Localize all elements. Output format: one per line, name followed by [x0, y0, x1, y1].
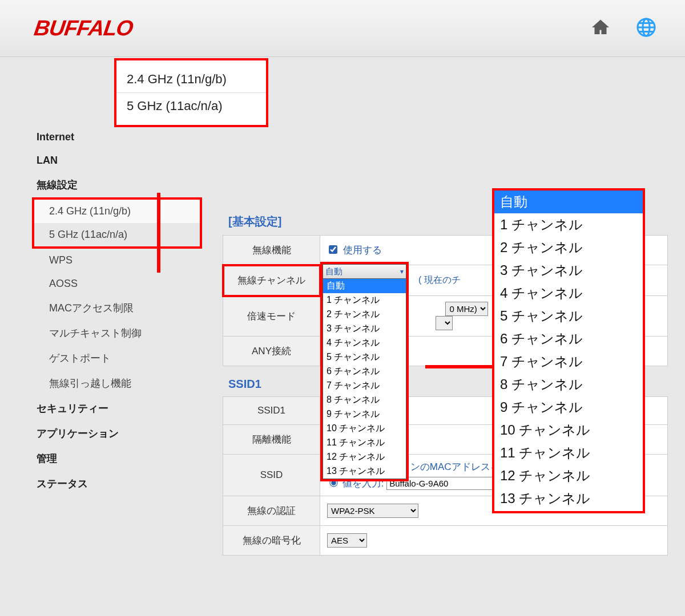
- channel-opt[interactable]: 13 チャンネル: [323, 464, 406, 479]
- sidebar-app[interactable]: アプリケーション: [34, 421, 200, 446]
- channel-annot: 10 チャンネル: [494, 419, 643, 441]
- sidebar-admin[interactable]: 管理: [34, 446, 200, 471]
- sidebar-aoss[interactable]: AOSS: [34, 272, 200, 295]
- sidebar-wps[interactable]: WPS: [34, 249, 200, 272]
- channel-annot: 6 チャンネル: [494, 327, 643, 350]
- bandwidth-select-2[interactable]: [436, 316, 453, 330]
- sidebar-status[interactable]: ステータス: [34, 471, 200, 496]
- current-channel-note: ( 現在のチ: [418, 275, 461, 285]
- channel-annot: 9 チャンネル: [494, 396, 643, 419]
- channel-dropdown[interactable]: 自動 ▾ 自動 1 チャンネル 2 チャンネル 3 チャンネル 4 チャンネル …: [320, 262, 409, 481]
- channel-opt[interactable]: 9 チャンネル: [323, 407, 406, 422]
- sidebar: Internet LAN 無線設定 2.4 GHz (11n/g/b) 5 GH…: [34, 125, 200, 496]
- wireless-enable-label[interactable]: 使用する: [327, 245, 382, 256]
- channel-annotation-connector: [425, 365, 494, 368]
- brand-logo: BUFFALO: [33, 16, 134, 40]
- sidebar-guest[interactable]: ゲストポート: [34, 346, 200, 371]
- use-label: 使用する: [343, 245, 382, 256]
- channel-annot: 8 チャンネル: [494, 373, 643, 396]
- globe-icon[interactable]: [636, 17, 656, 40]
- sidebar-band-highlight: 2.4 GHz (11n/g/b) 5 GHz (11ac/n/a): [32, 197, 202, 249]
- chevron-down-icon: ▾: [400, 268, 404, 275]
- band-callout: 2.4 GHz (11n/g/b) 5 GHz (11ac/n/a): [114, 58, 268, 127]
- sidebar-mac[interactable]: MACアクセス制限: [34, 295, 200, 321]
- sidebar-lan[interactable]: LAN: [34, 149, 200, 172]
- channel-annot-auto: 自動: [494, 191, 643, 213]
- wireless-enable-checkbox[interactable]: [329, 245, 337, 254]
- channel-opt[interactable]: 8 チャンネル: [323, 393, 406, 407]
- channel-annot: 1 チャンネル: [494, 213, 643, 236]
- channel-opt-auto[interactable]: 自動: [323, 279, 406, 293]
- channel-annot: 5 チャンネル: [494, 305, 643, 327]
- sidebar-wireless[interactable]: 無線設定: [34, 172, 200, 197]
- band-callout-5: 5 GHz (11ac/n/a): [116, 92, 266, 119]
- channel-opt[interactable]: 5 チャンネル: [323, 350, 406, 364]
- channel-opt[interactable]: 11 チャンネル: [323, 436, 406, 450]
- label-wireless-channel: 無線チャンネル: [223, 265, 320, 296]
- channel-annot: 11 チャンネル: [494, 441, 643, 464]
- channel-selected: 自動: [325, 266, 342, 277]
- channel-annot: 2 チャンネル: [494, 236, 643, 259]
- auth-select[interactable]: WPA2-PSK: [327, 504, 418, 518]
- label-double-speed: 倍速モード: [223, 296, 320, 337]
- label-auth: 無線の認証: [223, 496, 320, 526]
- channel-annotation-list: 自動 1 チャンネル 2 チャンネル 3 チャンネル 4 チャンネル 5 チャン…: [492, 188, 645, 513]
- label-ssid1: SSID1: [223, 397, 320, 425]
- sidebar-sub-5ghz[interactable]: 5 GHz (11ac/n/a): [34, 223, 200, 246]
- channel-opt[interactable]: 1 チャンネル: [323, 293, 406, 307]
- channel-opt[interactable]: 12 チャンネル: [323, 450, 406, 464]
- sidebar-sub-24ghz[interactable]: 2.4 GHz (11n/g/b): [34, 200, 200, 223]
- channel-opt[interactable]: 7 チャンネル: [323, 379, 406, 393]
- callout-connector: [157, 193, 160, 273]
- label-any-connect: ANY接続: [223, 337, 320, 366]
- channel-annot: 4 チャンネル: [494, 282, 643, 305]
- channel-opt[interactable]: 10 チャンネル: [323, 422, 406, 436]
- channel-opt[interactable]: 3 チャンネル: [323, 322, 406, 336]
- channel-options[interactable]: 自動 1 チャンネル 2 チャンネル 3 チャンネル 4 チャンネル 5 チャン…: [323, 279, 406, 479]
- home-icon[interactable]: [590, 17, 611, 40]
- band-callout-24: 2.4 GHz (11n/g/b): [116, 66, 266, 92]
- channel-annot: 13 チャンネル: [494, 487, 643, 510]
- label-ssid: SSID: [223, 455, 320, 496]
- sidebar-multicast[interactable]: マルチキャスト制御: [34, 321, 200, 346]
- channel-select[interactable]: 自動 ▾: [323, 264, 406, 279]
- channel-annot: 3 チャンネル: [494, 259, 643, 282]
- channel-opt[interactable]: 6 チャンネル: [323, 364, 406, 379]
- channel-opt[interactable]: 2 チャンネル: [323, 307, 406, 322]
- header-icons: [590, 17, 656, 40]
- label-encryption: 無線の暗号化: [223, 526, 320, 556]
- channel-annot: 7 チャンネル: [494, 350, 643, 373]
- channel-annot: 12 チャンネル: [494, 464, 643, 487]
- label-wireless-func: 無線機能: [223, 236, 320, 265]
- sidebar-move[interactable]: 無線引っ越し機能: [34, 371, 200, 396]
- encryption-select[interactable]: AES: [327, 533, 367, 548]
- channel-opt[interactable]: 4 チャンネル: [323, 336, 406, 350]
- sidebar-security[interactable]: セキュリティー: [34, 396, 200, 421]
- label-isolation: 隔離機能: [223, 425, 320, 455]
- sidebar-internet[interactable]: Internet: [34, 125, 200, 149]
- bandwidth-select[interactable]: 0 MHz): [445, 302, 488, 316]
- header: BUFFALO: [0, 0, 685, 57]
